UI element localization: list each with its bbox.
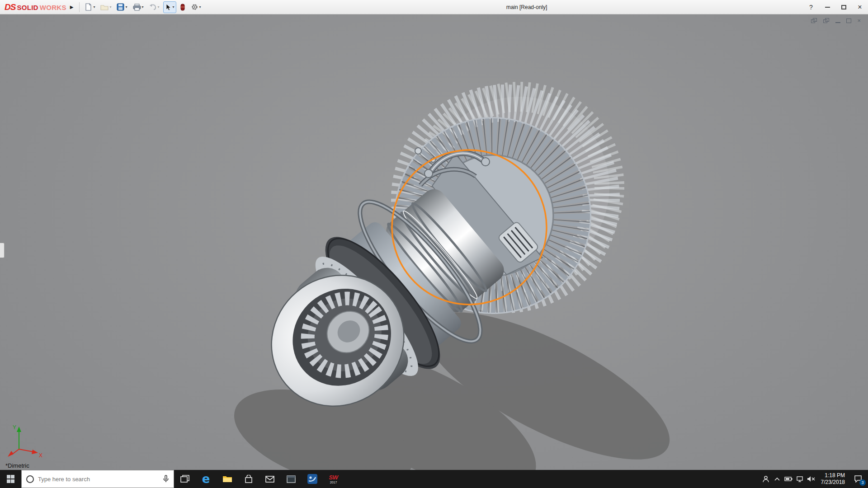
notification-badge: 3 — [859, 479, 866, 486]
clock-time: 1:18 PM — [825, 472, 845, 479]
solidworks-logo: DS SOLIDWORKS — [0, 2, 69, 12]
people-button[interactable] — [760, 470, 772, 488]
new-document-icon — [85, 3, 92, 11]
select-cursor-icon — [165, 4, 172, 11]
undo-arrow-icon — [149, 4, 157, 10]
undo-caret[interactable]: ▾ — [158, 5, 160, 9]
triad-y-label: Y — [13, 424, 16, 431]
hidden-icons-button[interactable] — [772, 470, 783, 488]
save-button[interactable]: ▾ — [115, 1, 129, 13]
close-icon: × — [858, 4, 862, 11]
store-bag-icon — [245, 475, 253, 483]
minimize-icon — [825, 7, 830, 8]
child-window-controls: × — [811, 18, 861, 23]
mail-button[interactable] — [259, 470, 280, 488]
minimize-button[interactable] — [819, 0, 835, 14]
toolbar-separator — [79, 2, 80, 12]
task-view-icon — [180, 475, 189, 483]
edge-button[interactable]: e — [195, 470, 217, 488]
solidworks-2017-icon: SW 2017 — [329, 474, 338, 484]
store-button[interactable] — [238, 470, 259, 488]
new-document-caret[interactable]: ▾ — [93, 5, 95, 9]
save-caret[interactable]: ▾ — [125, 5, 127, 9]
red-tool-icon — [180, 4, 185, 11]
window-controls: ? × — [803, 0, 868, 14]
volume-muted-icon — [807, 476, 815, 482]
undo-button[interactable]: ▾ — [147, 1, 161, 13]
document-title: main [Read-only] — [506, 4, 547, 10]
options-caret[interactable]: ▾ — [199, 5, 201, 9]
restore-group-icon[interactable] — [823, 18, 830, 23]
file-explorer-icon — [222, 475, 232, 483]
triad-x-label: X — [39, 452, 42, 459]
task-view-button[interactable] — [174, 470, 195, 488]
battery-icon — [784, 477, 793, 481]
network-button[interactable] — [794, 470, 806, 488]
quick-access-toolbar: ▾ ▾ ▾ — [83, 1, 203, 13]
battery-button[interactable] — [783, 470, 794, 488]
panel-collapse-tab[interactable] — [0, 243, 5, 258]
search-input[interactable] — [38, 476, 159, 483]
orientation-triad: Y X — [5, 421, 45, 461]
windows-taskbar: e — [0, 470, 868, 488]
network-icon — [796, 476, 803, 482]
menu-flyout-arrow[interactable]: ▶ — [70, 5, 74, 9]
system-tray: 1:18 PM 7/23/2018 3 — [760, 470, 868, 488]
mail-icon — [265, 476, 274, 483]
save-floppy-icon — [117, 3, 124, 11]
brand-works: WORKS — [40, 4, 66, 11]
solidworks-2017-button[interactable]: SW 2017 — [323, 470, 344, 488]
people-icon — [762, 475, 769, 483]
start-button[interactable] — [0, 470, 21, 488]
app-window-button[interactable] — [280, 470, 302, 488]
taskbar-clock[interactable]: 1:18 PM 7/23/2018 — [817, 472, 849, 486]
options-button[interactable]: ▾ — [189, 1, 203, 13]
child-close-icon[interactable]: × — [857, 18, 861, 23]
solidworks-app-button[interactable] — [302, 470, 323, 488]
open-document-button[interactable]: ▾ — [99, 1, 113, 13]
maximize-icon — [841, 5, 846, 9]
windows-logo-icon — [7, 475, 15, 483]
gear-icon — [191, 3, 198, 11]
print-caret[interactable]: ▾ — [142, 5, 144, 9]
select-tool-button[interactable]: ▾ — [163, 1, 176, 13]
clock-date: 7/23/2018 — [821, 479, 845, 486]
volume-button[interactable] — [806, 470, 817, 488]
print-icon — [133, 4, 141, 11]
taskbar-search[interactable] — [21, 470, 174, 488]
edge-icon: e — [202, 472, 210, 486]
solidworks-window: DS SOLIDWORKS ▶ ▾ ▾ — [0, 0, 868, 488]
close-button[interactable]: × — [852, 0, 868, 14]
sw-glyph: SW — [329, 474, 338, 480]
cortana-icon — [26, 475, 34, 483]
maximize-button[interactable] — [835, 0, 852, 14]
open-folder-icon — [100, 4, 108, 11]
print-button[interactable]: ▾ — [131, 1, 146, 13]
app-window-icon — [287, 475, 296, 483]
view-orientation-label: *Dimetric — [5, 462, 29, 469]
restore-group-icon[interactable] — [811, 18, 817, 23]
solidworks-app-icon — [307, 474, 318, 484]
open-document-caret[interactable]: ▾ — [109, 5, 111, 9]
chevron-up-icon — [774, 477, 780, 481]
red-tool-button[interactable] — [178, 1, 187, 13]
ds-logo-icon: DS — [5, 2, 15, 12]
select-tool-caret[interactable]: ▾ — [173, 5, 175, 9]
title-bar: DS SOLIDWORKS ▶ ▾ ▾ — [0, 0, 868, 14]
jet-engine-model[interactable] — [0, 14, 868, 470]
child-minimize-icon[interactable] — [835, 22, 840, 23]
microphone-icon[interactable] — [163, 475, 169, 483]
brand-solid: SOLID — [17, 4, 38, 11]
file-explorer-button[interactable] — [217, 470, 238, 488]
help-button[interactable]: ? — [803, 0, 819, 14]
sw-year: 2017 — [330, 481, 337, 484]
action-center-button[interactable]: 3 — [849, 470, 867, 488]
new-document-button[interactable]: ▾ — [83, 1, 97, 13]
child-restore-icon[interactable] — [846, 19, 851, 23]
graphics-viewport[interactable]: × Y X *Dimetric — [0, 14, 868, 470]
